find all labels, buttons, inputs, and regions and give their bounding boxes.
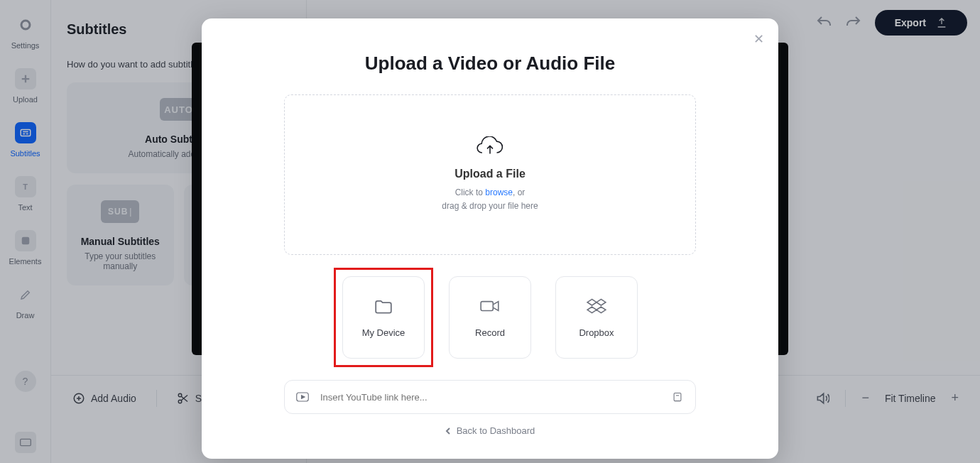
modal-title: Upload a Video or Audio File	[365, 53, 615, 75]
dropzone-subtitle: Click to browse, or drag & drop your fil…	[442, 186, 538, 213]
source-dropbox[interactable]: Dropbox	[555, 276, 638, 359]
upload-modal: ✕ Upload a Video or Audio File Upload a …	[202, 18, 778, 459]
browse-link[interactable]: browse	[485, 187, 513, 197]
source-record[interactable]: Record	[449, 276, 531, 359]
dropbox-icon	[586, 298, 607, 315]
back-to-dashboard-link[interactable]: Back to Dashboard	[445, 425, 535, 436]
cloud-upload-icon	[477, 136, 503, 158]
dropzone-title: Upload a File	[454, 168, 526, 180]
camera-icon	[479, 298, 501, 315]
chevron-left-icon	[445, 427, 451, 435]
youtube-link-input[interactable]	[284, 380, 696, 414]
source-label: Record	[475, 327, 505, 338]
back-label: Back to Dashboard	[457, 425, 535, 436]
svg-rect-7	[481, 301, 493, 310]
source-label: Dropbox	[579, 327, 614, 338]
youtube-icon	[296, 392, 309, 402]
dropzone[interactable]: Upload a File Click to browse, or drag &…	[284, 94, 696, 255]
upload-sources: My Device Record Dropbox	[342, 276, 638, 359]
paste-icon[interactable]	[671, 392, 684, 402]
highlight-box	[334, 268, 433, 367]
close-button[interactable]: ✕	[753, 31, 764, 47]
svg-rect-9	[674, 393, 681, 401]
youtube-input-field[interactable]	[320, 392, 660, 403]
